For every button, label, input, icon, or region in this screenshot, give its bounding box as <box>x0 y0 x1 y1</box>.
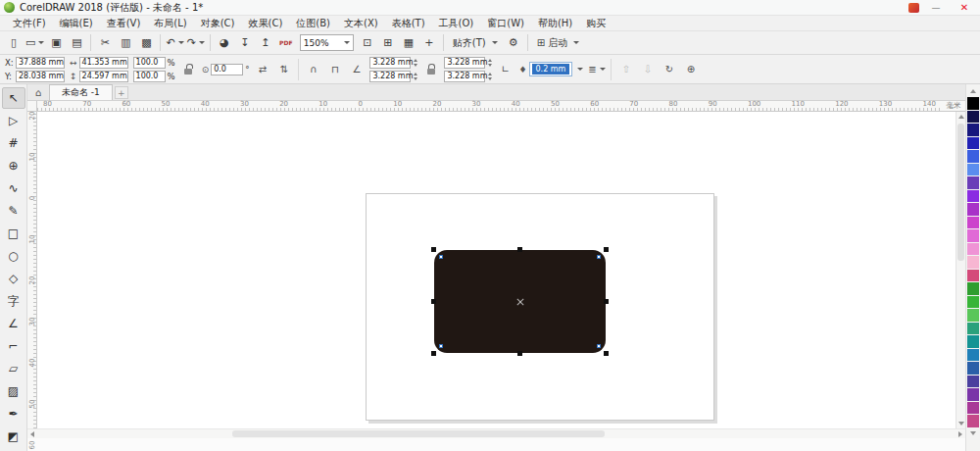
ellipse-tool[interactable]: ○ <box>2 245 25 267</box>
to-front-button[interactable]: ⇧ <box>617 61 634 77</box>
y-position-input[interactable]: 28.038 mm <box>16 71 65 82</box>
color-swatch[interactable] <box>967 124 979 136</box>
horizontal-scroll-thumb[interactable] <box>232 430 605 437</box>
palette-scroll-down-button[interactable] <box>968 429 979 437</box>
full-screen-preview-button[interactable]: ⊡ <box>358 33 377 53</box>
text-tool[interactable]: 字 <box>2 290 25 312</box>
spinner[interactable] <box>488 59 492 67</box>
corner-radius-top-right-input[interactable]: 3.228 mm <box>444 57 485 69</box>
rectangle-tool[interactable]: □ <box>2 223 25 244</box>
menu-item-6[interactable]: 位图(B) <box>289 16 337 30</box>
interactive-fill-tool[interactable]: ◩ <box>2 426 25 447</box>
drop-shadow-tool[interactable]: ▱ <box>2 358 25 379</box>
color-swatch[interactable] <box>967 97 979 110</box>
show-grid-button[interactable]: ▦ <box>399 33 418 53</box>
color-swatch[interactable] <box>967 176 979 189</box>
zoom-tool[interactable]: ⊕ <box>2 155 25 176</box>
color-swatch[interactable] <box>967 362 979 375</box>
scalloped-corner-button[interactable]: ⊓ <box>326 61 343 77</box>
to-back-button[interactable]: ⇩ <box>639 61 656 77</box>
shape-tool[interactable]: ▷ <box>2 110 25 131</box>
wrap-text-button[interactable]: ≣ <box>588 61 605 77</box>
color-swatch[interactable] <box>967 415 979 427</box>
lock-corners-button[interactable] <box>422 61 439 77</box>
color-swatch[interactable] <box>967 111 979 124</box>
horizontal-scroll-track[interactable] <box>36 429 956 438</box>
caret-down-icon[interactable] <box>577 68 583 71</box>
show-rulers-button[interactable]: ⊞ <box>378 33 398 53</box>
menu-item-5[interactable]: 效果(C) <box>242 16 290 30</box>
redo-button[interactable]: ↷ <box>186 33 206 53</box>
color-swatch[interactable] <box>967 282 979 295</box>
scroll-down-button[interactable] <box>957 420 965 427</box>
selection-handle-e[interactable] <box>604 299 609 304</box>
connector-tool[interactable]: ⌐ <box>2 335 25 357</box>
zoom-level-combo[interactable]: 150% <box>300 34 354 51</box>
menu-item-10[interactable]: 窗口(W) <box>480 16 531 30</box>
outline-width-combo[interactable]: 0.2 mm <box>529 62 573 76</box>
dynamic-guides-button[interactable]: + <box>419 33 439 53</box>
transparency-tool[interactable]: ▨ <box>2 380 25 402</box>
menu-item-8[interactable]: 表格(T) <box>385 16 432 30</box>
horizontal-ruler[interactable]: 8070605040302010010203040506070809010011… <box>37 101 942 112</box>
round-corner-button[interactable]: ∩ <box>305 61 321 77</box>
color-swatch[interactable] <box>967 388 979 401</box>
color-swatch[interactable] <box>967 190 979 203</box>
home-button[interactable]: ⌂ <box>29 85 47 100</box>
color-swatch[interactable] <box>967 309 979 322</box>
mirror-vertical-button[interactable]: ⇅ <box>275 61 292 77</box>
selection-handle-n[interactable] <box>517 247 522 252</box>
menu-item-2[interactable]: 查看(V) <box>100 16 148 30</box>
close-button[interactable]: ✕ <box>953 1 976 15</box>
minimize-button[interactable]: — <box>924 1 948 15</box>
vertical-scroll-thumb[interactable] <box>957 124 964 261</box>
crop-tool[interactable]: # <box>2 132 25 154</box>
freehand-tool[interactable]: ∿ <box>2 177 25 199</box>
undo-button[interactable]: ↶ <box>165 33 184 53</box>
publish-to-pdf-button[interactable]: PDF <box>276 33 296 53</box>
add-page-button[interactable]: + <box>115 86 128 99</box>
spinner[interactable] <box>414 73 417 80</box>
pick-tool[interactable]: ↖ <box>2 87 25 109</box>
color-swatch[interactable] <box>967 349 979 362</box>
selection-handle-se[interactable] <box>604 351 609 356</box>
snap-to-button[interactable]: 贴齐(T) <box>448 33 503 53</box>
scroll-left-button[interactable] <box>28 430 36 438</box>
menu-item-3[interactable]: 布局(L) <box>147 16 193 30</box>
color-swatch[interactable] <box>967 164 979 176</box>
chamfered-corner-button[interactable]: ∠ <box>348 61 365 77</box>
print-button[interactable]: ▤ <box>67 33 86 53</box>
spinner[interactable] <box>488 73 492 80</box>
color-swatch[interactable] <box>967 243 979 256</box>
convert-to-curves-button[interactable]: ↻ <box>661 61 677 77</box>
scroll-right-button[interactable] <box>956 430 964 438</box>
export-button[interactable]: ↥ <box>256 33 275 53</box>
corner-radius-bottom-left-input[interactable]: 3.228 mm <box>369 71 411 82</box>
horizontal-scrollbar[interactable] <box>27 428 965 438</box>
selection-handle-sw[interactable] <box>431 351 436 356</box>
x-position-input[interactable]: 37.888 mm <box>16 57 65 69</box>
width-input[interactable]: 41.353 mm <box>79 57 128 69</box>
scale-y-input[interactable]: 100.0 <box>133 71 166 82</box>
menu-item-12[interactable]: 购买 <box>579 16 612 30</box>
relative-corner-button[interactable]: ∟ <box>497 61 514 77</box>
corner-node[interactable] <box>597 255 601 259</box>
options-button[interactable]: ⚙ <box>504 33 523 53</box>
menu-item-1[interactable]: 编辑(E) <box>53 16 100 30</box>
mirror-horizontal-button[interactable]: ⇄ <box>254 61 270 77</box>
vertical-scroll-track[interactable] <box>956 121 965 420</box>
corner-node[interactable] <box>439 255 443 259</box>
color-swatch[interactable] <box>967 203 979 216</box>
color-swatch[interactable] <box>967 217 979 229</box>
menu-item-7[interactable]: 文本(X) <box>337 16 385 30</box>
search-content-button[interactable]: ◕ <box>215 33 234 53</box>
vertical-ruler[interactable]: 20100102030405060 <box>27 112 37 428</box>
document-tab[interactable]: 未命名 -1 <box>49 84 113 100</box>
color-swatch[interactable] <box>967 335 979 348</box>
color-swatch[interactable] <box>967 256 979 269</box>
menu-item-4[interactable]: 对象(C) <box>194 16 242 30</box>
menu-item-9[interactable]: 工具(O) <box>432 16 481 30</box>
save-button[interactable]: ▣ <box>46 33 66 53</box>
account-icon[interactable] <box>908 3 919 13</box>
corner-node[interactable] <box>439 344 443 348</box>
